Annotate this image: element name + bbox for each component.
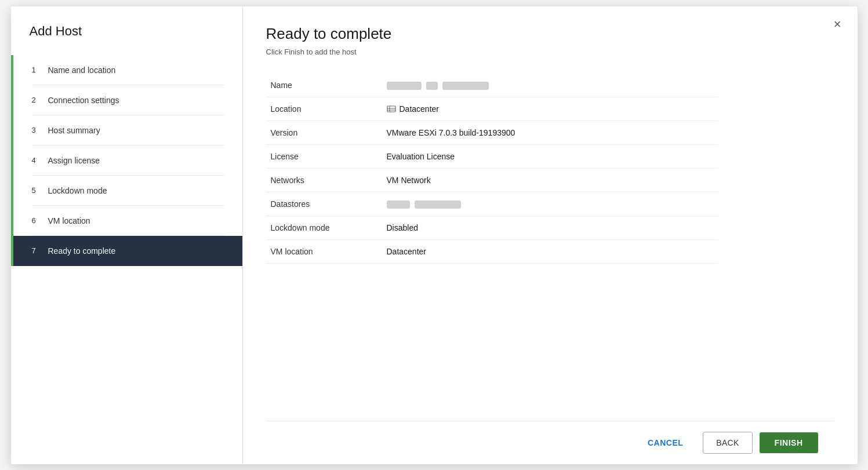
summary-label-0: Name [266,74,382,97]
summary-value-5 [382,192,718,216]
sidebar-step-4[interactable]: 4Assign license [11,145,242,176]
blurred-value [426,82,438,90]
blurred-value [387,82,422,90]
summary-value-4: VM Network [382,168,718,192]
close-button[interactable]: × [834,18,841,31]
step-label-1: Name and location [48,65,116,75]
step-num-3: 3 [32,126,41,134]
step-label-6: VM location [48,216,90,225]
summary-value-1: Datacenter [382,97,718,121]
sidebar-step-1[interactable]: 1Name and location [11,55,242,85]
step-num-7: 7 [32,246,41,255]
summary-label-2: Version [266,121,382,144]
summary-row: LicenseEvaluation License [266,144,718,168]
blurred-value [387,201,410,209]
step-label-3: Host summary [48,126,100,135]
summary-row: VM locationDatacenter [266,240,718,264]
dialog-title: Add Host [11,24,242,55]
summary-value-7: Datacenter [382,240,718,264]
summary-value-3: Evaluation License [382,144,718,168]
sidebar-step-2[interactable]: 2Connection settings [11,85,242,115]
cancel-button[interactable]: CANCEL [635,432,696,453]
summary-table: NameLocation DatacenterVersionVMware ESX… [266,74,718,264]
step-label-5: Lockdown mode [48,186,107,195]
blurred-value [442,82,489,90]
location-text: Datacenter [400,104,439,114]
summary-value-0 [382,74,718,97]
summary-label-5: Datastores [266,192,382,216]
summary-label-7: VM location [266,240,382,264]
summary-label-3: License [266,144,382,168]
step-num-1: 1 [32,65,41,74]
sidebar-step-3[interactable]: 3Host summary [11,115,242,145]
sidebar: Add Host 1Name and location2Connection s… [11,6,243,464]
sidebar-step-5[interactable]: 5Lockdown mode [11,176,242,206]
summary-label-1: Location [266,97,382,121]
summary-label-4: Networks [266,168,382,192]
main-title: Ready to complete [266,25,834,43]
add-host-dialog: Add Host 1Name and location2Connection s… [11,6,858,464]
footer: CANCEL BACK FINISH [266,421,834,464]
step-label-4: Assign license [48,156,100,165]
summary-row: Location Datacenter [266,97,718,121]
svg-rect-0 [387,106,395,112]
step-label-2: Connection settings [48,96,119,105]
summary-row: Name [266,74,718,97]
main-content: × Ready to complete Click Finish to add … [243,6,858,464]
back-button[interactable]: BACK [703,432,752,454]
summary-label-6: Lockdown mode [266,216,382,240]
summary-row: Datastores [266,192,718,216]
summary-row: VersionVMware ESXi 7.0.3 build-19193900 [266,121,718,144]
sidebar-steps: 1Name and location2Connection settings3H… [11,55,242,266]
datacenter-icon [387,104,396,114]
sidebar-step-7[interactable]: 7Ready to complete [11,236,242,266]
step-num-6: 6 [32,216,41,225]
summary-row: Lockdown modeDisabled [266,216,718,240]
blurred-value [415,201,461,209]
finish-button[interactable]: FINISH [760,432,818,453]
summary-value-2: VMware ESXi 7.0.3 build-19193900 [382,121,718,144]
main-subtitle: Click Finish to add the host [266,48,834,56]
summary-value-6: Disabled [382,216,718,240]
step-num-4: 4 [32,156,41,165]
dialog-body: Add Host 1Name and location2Connection s… [11,6,858,464]
step-num-2: 2 [32,96,41,104]
step-num-5: 5 [32,186,41,195]
sidebar-step-6[interactable]: 6VM location [11,206,242,236]
step-label-7: Ready to complete [48,246,116,256]
summary-row: NetworksVM Network [266,168,718,192]
